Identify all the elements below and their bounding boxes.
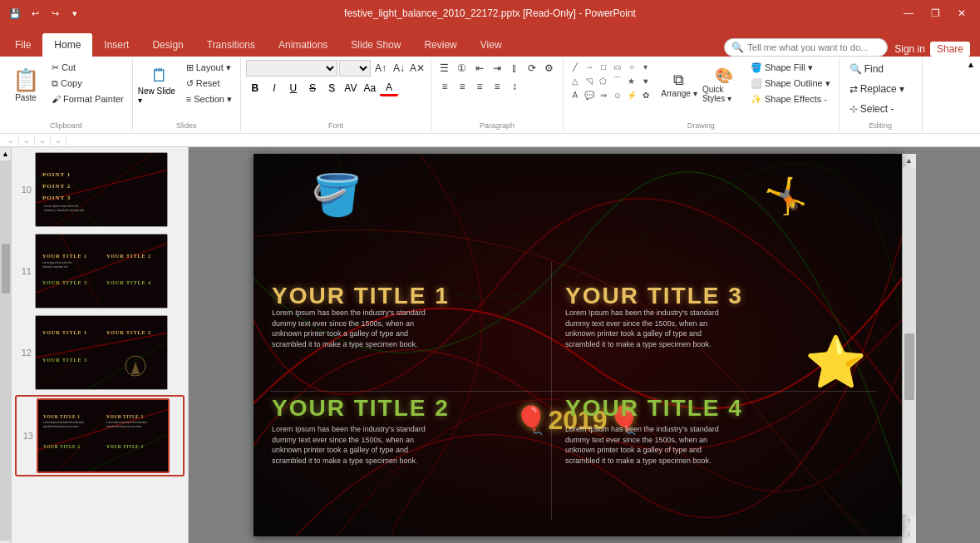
tab-insert[interactable]: Insert [92,33,140,57]
arrange-button[interactable]: ⧉ Arrange ▾ [657,60,701,110]
slide-title-4[interactable]: YOUR TITLE 4 [565,395,743,422]
tab-file[interactable]: File [3,33,42,57]
increase-indent-button[interactable]: ⇥ [489,60,505,77]
increase-font-button[interactable]: A↑ [372,60,389,77]
slide-thumb-11[interactable]: 11 YOUR TITLE 1 YOUR TITLE 2 YOUR TITLE … [15,232,185,310]
slide-thumb-10[interactable]: 10 POINT 1 POINT 2 POINT 3 Lorem Ipsum h… [15,151,185,229]
vscroll-thumb[interactable] [2,244,10,294]
numbering-button[interactable]: ① [454,60,470,77]
italic-button[interactable]: I [265,80,283,96]
round-rect-shape[interactable]: ▭ [611,60,624,73]
layout-button[interactable]: ⊞ Layout ▾ [183,60,235,75]
format-painter-button[interactable]: 🖌 Format Painter [48,91,127,106]
pentagon-shape[interactable]: ⬠ [597,74,610,87]
decrease-indent-button[interactable]: ⇤ [471,60,488,77]
clear-format-button[interactable]: A✕ [409,60,426,77]
shape-outline-button[interactable]: ⬜ Shape Outline ▾ [747,76,834,91]
bullets-button[interactable]: ☰ [436,60,453,77]
font-color-button[interactable]: A [380,80,398,96]
star-shape[interactable]: ★ [625,74,638,87]
quick-access-toolbar[interactable]: 💾 ↩ ↪ ▾ [7,5,83,22]
close-button[interactable]: ✕ [950,5,973,22]
reset-button[interactable]: ↺ Reset [183,76,235,91]
signin-button[interactable]: Sign in [894,43,925,55]
cut-button[interactable]: ✂ Cut [48,60,127,75]
slide-thumb-12[interactable]: 12 YOUR TITLE 1 YOUR TITLE 2 YOUR TITLE … [15,313,185,392]
select-button[interactable]: ⊹ Select - [845,100,917,118]
oval-shape[interactable]: ○ [625,60,638,73]
smiley-shape[interactable]: ☺ [611,88,624,101]
share-button[interactable]: Share [930,42,970,57]
heart-shape[interactable]: ♥ [639,74,653,87]
bold-button[interactable]: B [246,80,264,96]
tab-animations[interactable]: Animations [267,33,339,57]
tab-home[interactable]: Home [42,33,92,57]
vscroll-page-down-button[interactable]: ↓ [903,527,916,541]
slide-title-1[interactable]: YOUR TITLE 1 [272,283,450,309]
vscroll-page-up-button[interactable]: ↑ [903,514,916,527]
textbox-shape[interactable]: A [569,88,582,101]
restore-button[interactable]: ❐ [923,5,947,22]
vscroll-up-arrow[interactable]: ▲ [0,147,12,160]
tab-view[interactable]: View [469,33,514,57]
collapse-ribbon-button[interactable]: ▲ [967,58,980,131]
slide-canvas[interactable]: 🪣 🤸 ⭐ 🎈2019🎈 YOUR TITLE 1 YOUR TITLE 3 [254,154,902,536]
slide-panel-vscroll[interactable]: ▲ ▼ [0,147,12,543]
underline-button[interactable]: U [284,80,303,96]
strikethrough-button[interactable]: S [303,80,322,96]
tab-transitions[interactable]: Transitions [195,33,267,57]
block-arrow[interactable]: ⇒ [597,88,610,101]
line-shape[interactable]: ╱ [569,60,582,73]
shadow-button[interactable]: S [323,80,341,96]
paragraph-footer-expand[interactable]: ⌵ [35,136,51,145]
window-controls[interactable]: — ❐ ✕ [897,5,973,22]
drawing-footer-expand[interactable]: ⌵ [51,136,66,145]
font-name-select[interactable] [246,60,337,77]
redo-icon[interactable]: ↪ [47,5,63,22]
font-footer-expand[interactable]: ⌵ [19,136,35,145]
quick-styles-button[interactable]: 🎨 Quick Styles ▾ [702,60,746,110]
misc-shape[interactable]: ✿ [639,88,653,101]
decrease-font-button[interactable]: A↓ [391,60,407,77]
rect-shape[interactable]: □ [597,60,610,73]
shape-fill-button[interactable]: 🪣 Shape Fill ▾ [747,60,834,75]
undo-icon[interactable]: ↩ [27,5,43,22]
minimize-button[interactable]: — [897,5,920,22]
tell-me-box[interactable]: 🔍 [724,38,888,57]
slide-thumb-13[interactable]: 13 YOUR TITLE 1 YOUR TITLE 3 YOUR TITLE … [15,395,185,476]
connector-shape[interactable]: ⌒ [611,74,624,87]
font-size-select[interactable] [339,60,371,77]
section-button[interactable]: ≡ Section ▾ [183,91,235,106]
shape-effects-button[interactable]: ✨ Shape Effects - [747,91,834,106]
align-right-button[interactable]: ≡ [471,78,488,95]
new-slide-button[interactable]: 🗒 New Slide ▾ [138,60,181,110]
copy-button[interactable]: ⧉ Copy [48,76,127,91]
tab-slideshow[interactable]: Slide Show [339,33,412,57]
rtriangle-shape[interactable]: ◹ [583,74,596,87]
vscroll-up-button[interactable]: ▲ [903,154,916,167]
customize-icon[interactable]: ▾ [66,5,83,22]
lightning-shape[interactable]: ⚡ [625,88,638,101]
smartart-button[interactable]: ⚙ [541,60,558,77]
clipboard-footer-expand[interactable]: ⌵ [3,136,19,145]
slide-title-2[interactable]: YOUR TITLE 2 [272,395,450,422]
save-icon[interactable]: 💾 [7,5,23,22]
change-case-button[interactable]: Aa [361,80,379,96]
find-button[interactable]: 🔍 Find [845,60,917,78]
align-center-button[interactable]: ≡ [454,78,470,95]
arrow-shape[interactable]: → [583,60,596,73]
callout-shape[interactable]: 💬 [583,88,596,101]
vscroll-thumb[interactable] [904,333,914,400]
tab-review[interactable]: Review [412,33,468,57]
char-spacing-button[interactable]: AV [342,80,360,96]
paste-button[interactable]: 📋 Paste [5,60,47,110]
line-spacing-button[interactable]: ↕ [506,78,523,95]
shapes-more[interactable]: ▾ [639,60,653,73]
columns-button[interactable]: ⫿ [506,60,523,77]
tell-me-input[interactable] [747,42,880,52]
replace-button[interactable]: ⇄ Replace ▾ [845,80,917,98]
align-left-button[interactable]: ≡ [436,78,453,95]
justify-button[interactable]: ≡ [489,78,505,95]
text-direction-button[interactable]: ⟳ [524,60,540,77]
triangle-shape[interactable]: △ [569,74,582,87]
